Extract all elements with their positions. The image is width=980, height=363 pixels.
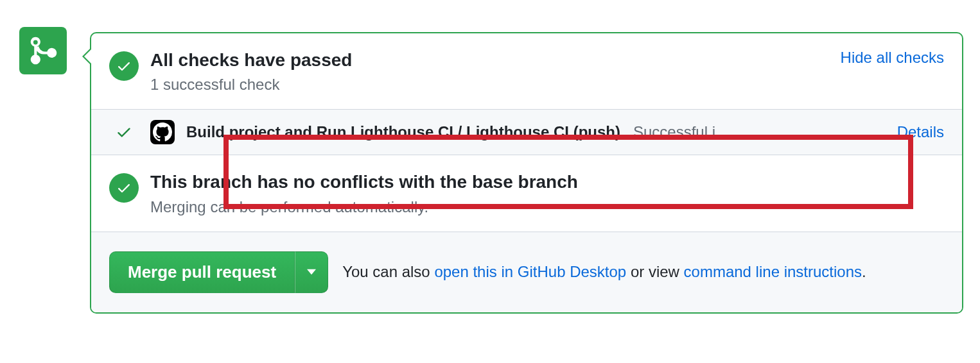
checks-summary-section: All checks have passed 1 successful chec…: [91, 33, 962, 110]
checks-title: All checks have passed: [150, 49, 828, 72]
check-icon: [116, 180, 132, 196]
open-desktop-link[interactable]: open this in GitHub Desktop: [434, 263, 626, 280]
merge-footer: Merge pull request You can also open thi…: [91, 232, 962, 312]
check-item-name: Build project and Run Lighthouse CI / Li…: [186, 123, 620, 141]
check-item-row[interactable]: Build project and Run Lighthouse CI / Li…: [91, 110, 962, 155]
checks-subtitle: 1 successful check: [150, 76, 828, 94]
merge-status-box: All checks have passed 1 successful chec…: [90, 32, 963, 314]
git-merge-icon: [29, 37, 57, 65]
check-icon: [116, 124, 132, 140]
github-actions-avatar: [150, 120, 175, 144]
merge-options-dropdown-button[interactable]: [295, 251, 328, 293]
checks-summary-body: All checks have passed 1 successful chec…: [150, 49, 828, 94]
success-status-icon: [109, 173, 139, 203]
merge-button-group: Merge pull request: [109, 251, 328, 293]
toggle-checks-link[interactable]: Hide all checks: [841, 49, 944, 67]
merge-hint-text: You can also open this in GitHub Desktop…: [342, 263, 866, 281]
check-item-status: Successful i…: [633, 123, 731, 141]
hint-suffix: .: [862, 263, 866, 280]
check-icon: [116, 58, 132, 74]
github-icon: [153, 122, 172, 142]
conflicts-subtitle: Merging can be performed automatically.: [150, 198, 944, 216]
hint-prefix: You can also: [342, 263, 434, 280]
conflicts-title: This branch has no conflicts with the ba…: [150, 171, 944, 194]
caret-down-icon: [307, 269, 316, 275]
success-status-icon: [109, 51, 139, 81]
conflicts-body: This branch has no conflicts with the ba…: [150, 171, 944, 215]
cli-instructions-link[interactable]: command line instructions: [684, 263, 862, 280]
merge-pull-request-button[interactable]: Merge pull request: [109, 251, 295, 293]
conflicts-section: This branch has no conflicts with the ba…: [91, 155, 962, 232]
git-merge-badge: [19, 27, 67, 74]
check-item-status-icon: [109, 124, 139, 140]
hint-middle: or view: [626, 263, 683, 280]
check-details-link[interactable]: Details: [897, 123, 944, 141]
